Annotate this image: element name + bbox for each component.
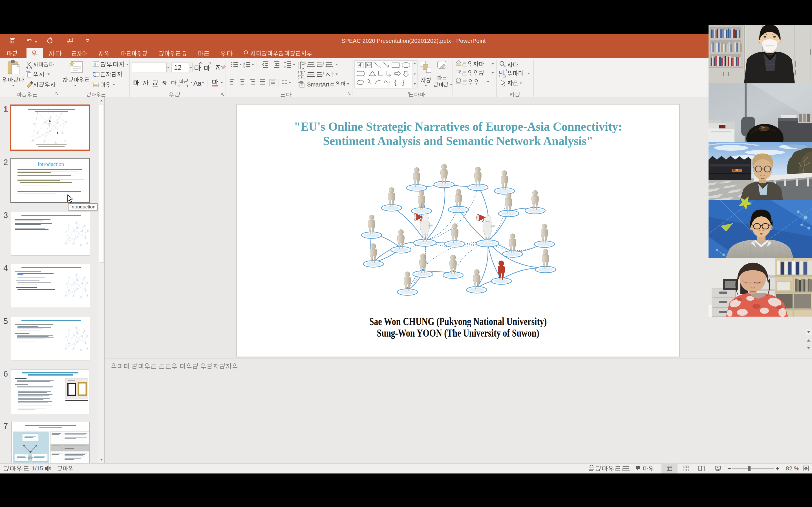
svg-text:82 %: 82 % (786, 465, 799, 471)
svg-text:1/15: 1/15 (32, 465, 43, 471)
svg-text:SmartArt: SmartArt (307, 81, 329, 88)
svg-text:{: { (394, 78, 396, 86)
svg-text:S: S (162, 80, 166, 87)
svg-text:12: 12 (174, 64, 182, 71)
svg-text:3: 3 (243, 66, 245, 69)
svg-text:Introduction: Introduction (38, 161, 64, 167)
svg-text:Aa: Aa (193, 80, 201, 87)
svg-text:}: } (402, 78, 404, 86)
